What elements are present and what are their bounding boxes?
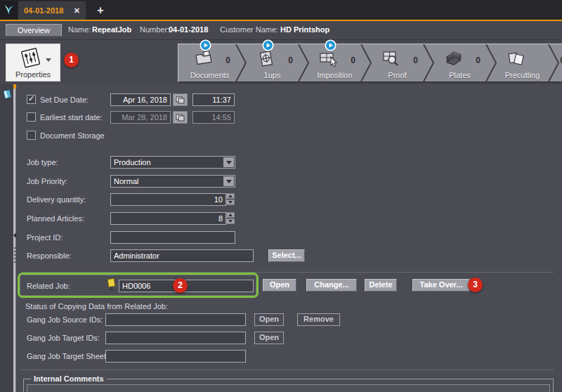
delete-button[interactable]: Delete xyxy=(365,279,397,292)
planned-articles-stepper[interactable] xyxy=(226,212,235,225)
gang-source-open-button[interactable]: Open xyxy=(254,313,284,326)
chevron-down-icon xyxy=(228,201,233,204)
application-window: 04-01-2018 ✕ + Overview Name: RepeatJob … xyxy=(0,0,562,392)
take-over-button[interactable]: Take Over... xyxy=(412,279,470,292)
gang-sheets-field[interactable] xyxy=(105,350,246,362)
separator xyxy=(21,370,554,370)
set-due-date-label: Set Due Date: xyxy=(40,93,89,106)
workflow-step-imposition[interactable]: 0 Imposition xyxy=(303,44,366,81)
gang-source-remove-button[interactable]: Remove xyxy=(297,313,340,326)
workflow-step-precutting[interactable]: 0 Precutting xyxy=(491,44,554,81)
chevron-down-icon xyxy=(228,220,233,223)
open-related-button[interactable]: Open xyxy=(263,279,296,292)
spin-up-button[interactable] xyxy=(226,212,235,218)
logo-bird-icon xyxy=(2,4,15,17)
workflow-bar: 0 Documents 0 1ups xyxy=(178,44,562,83)
responsible-field[interactable] xyxy=(110,249,254,262)
overview-button[interactable]: Overview xyxy=(6,24,62,37)
number-value: 04-01-2018 xyxy=(169,25,208,34)
step-label: 1ups xyxy=(241,71,303,79)
app-logo xyxy=(0,1,18,20)
gang-source-field[interactable] xyxy=(105,313,246,326)
internal-comments-input[interactable] xyxy=(27,384,550,392)
spin-down-button[interactable] xyxy=(226,200,235,205)
callout-badge-2: 2 xyxy=(173,278,188,293)
properties-button[interactable]: Properties xyxy=(6,44,60,81)
new-tab-button[interactable]: + xyxy=(91,1,110,20)
side-panel xyxy=(0,84,13,392)
chevron-separator xyxy=(548,44,559,81)
tab-job[interactable]: 04-01-2018 ✕ xyxy=(18,1,86,20)
step-count: 0 xyxy=(351,55,355,65)
play-button[interactable] xyxy=(325,39,336,51)
plates-stack-icon xyxy=(443,48,465,70)
step-count: 0 xyxy=(226,55,230,65)
properties-label: Properties xyxy=(6,70,60,79)
callout-badge-3: 3 xyxy=(468,277,483,292)
delivery-quantity-stepper[interactable] xyxy=(226,193,235,206)
panel-splitter[interactable] xyxy=(13,84,16,392)
step-count: 0 xyxy=(288,55,293,65)
chevron-down-icon[interactable] xyxy=(46,58,51,62)
pin-board-icon[interactable] xyxy=(2,89,13,100)
earliest-time-field xyxy=(192,111,235,124)
step-label: Precutting xyxy=(491,71,554,79)
job-priority-value: Normal xyxy=(114,176,138,187)
gang-sheets-label: Gang Job Target Sheets: xyxy=(27,350,112,362)
tab-close-icon[interactable]: ✕ xyxy=(74,6,80,15)
gang-target-field[interactable] xyxy=(105,332,246,344)
workflow-step-1ups[interactable]: 0 1ups xyxy=(241,44,303,81)
spin-down-button[interactable] xyxy=(226,218,235,224)
job-type-value: Production xyxy=(114,157,151,168)
step-label: Proof xyxy=(366,71,429,79)
earliest-start-checkbox[interactable] xyxy=(27,112,36,122)
earliest-date-field xyxy=(110,111,171,124)
change-button[interactable]: Change... xyxy=(306,279,357,292)
related-job-highlight xyxy=(18,273,259,298)
document-storage-label: Document Storage xyxy=(40,129,105,142)
workflow-step-documents[interactable]: 0 Documents xyxy=(178,44,241,81)
due-date-calendar-button[interactable] xyxy=(173,93,188,106)
due-date-field[interactable] xyxy=(110,93,171,106)
precutting-sheets-icon xyxy=(505,48,528,70)
workflow-step-plates[interactable]: 0 Plates xyxy=(429,44,491,81)
number-label: Number: xyxy=(140,25,169,34)
select-button[interactable]: Select... xyxy=(268,249,305,262)
delivery-quantity-field[interactable] xyxy=(110,193,226,206)
play-button[interactable] xyxy=(200,39,211,51)
step-count: 0 xyxy=(476,55,481,65)
project-id-field[interactable] xyxy=(110,231,235,244)
name-label: Name: xyxy=(68,25,91,34)
job-type-label: Job type: xyxy=(27,156,58,169)
properties-sliders-icon xyxy=(18,46,43,69)
workflow-step-proof[interactable]: 0 Proof xyxy=(366,44,429,81)
job-priority-dropdown[interactable]: Normal xyxy=(110,175,235,188)
tab-label: 04-01-2018 xyxy=(24,6,70,15)
splitter-grip[interactable] xyxy=(14,247,15,264)
dropdown-arrow-button[interactable] xyxy=(223,157,234,167)
earliest-start-label: Earliest start date: xyxy=(40,111,103,124)
gang-target-open-button[interactable]: Open xyxy=(254,332,284,344)
chevron-down-icon xyxy=(226,161,232,164)
header-bar: Overview Name: RepeatJob Number: 04-01-2… xyxy=(0,21,562,40)
job-type-dropdown[interactable]: Production xyxy=(110,156,235,169)
earliest-date-calendar-button[interactable] xyxy=(173,111,188,124)
responsible-label: Responsible: xyxy=(27,249,72,262)
step-count: 0 xyxy=(413,55,418,65)
due-time-field[interactable] xyxy=(192,93,235,106)
set-due-date-checkbox[interactable] xyxy=(27,95,36,104)
calendar-icon xyxy=(176,96,185,104)
customer-label: Customer Name: xyxy=(220,25,278,34)
spin-up-button[interactable] xyxy=(226,193,235,199)
project-id-label: Project ID: xyxy=(27,231,63,244)
collapse-arrow-icon[interactable] xyxy=(13,233,16,238)
callout-badge-1: 1 xyxy=(64,53,79,67)
planned-articles-field[interactable] xyxy=(110,212,226,225)
play-button[interactable] xyxy=(262,39,274,51)
name-value: RepeatJob xyxy=(92,25,131,34)
document-storage-checkbox[interactable] xyxy=(27,131,36,140)
internal-comments-group: Internal Comments xyxy=(23,374,554,392)
dropdown-arrow-button[interactable] xyxy=(223,176,234,186)
customer-value: HD Printshop xyxy=(280,25,329,34)
internal-comments-label: Internal Comments xyxy=(31,374,107,383)
